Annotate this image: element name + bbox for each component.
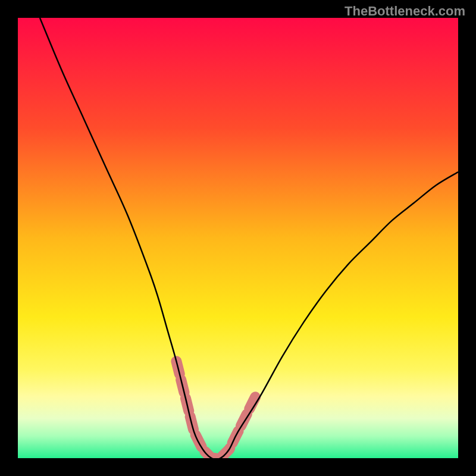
watermark-text: TheBottleneck.com — [345, 4, 465, 19]
curve-overlay — [18, 18, 458, 458]
bottleneck-curve — [40, 18, 458, 458]
chart-plot-area — [18, 18, 458, 458]
